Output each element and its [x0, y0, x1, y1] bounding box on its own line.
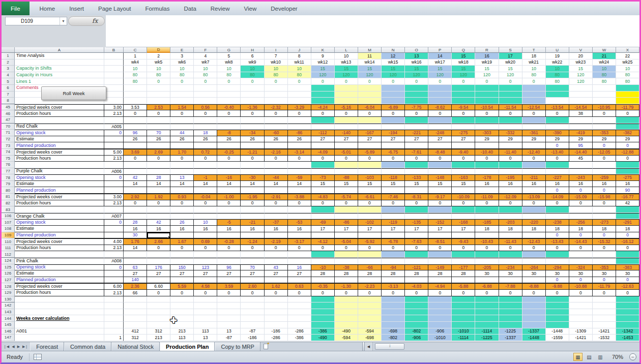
cell-label[interactable]	[15, 322, 104, 328]
cell[interactable]	[358, 232, 382, 239]
cell[interactable]	[194, 232, 217, 239]
cell[interactable]: -12.05	[593, 149, 616, 156]
cell[interactable]	[194, 142, 217, 149]
cell[interactable]	[147, 309, 170, 316]
cell[interactable]: 0	[288, 156, 311, 162]
cell[interactable]: 15	[452, 53, 475, 59]
cell[interactable]: 30	[546, 270, 569, 277]
cell[interactable]: -203	[499, 219, 522, 226]
cell[interactable]: -1448	[546, 328, 569, 335]
row-header-47[interactable]: 47	[2, 117, 15, 124]
cell[interactable]: -2.16	[265, 149, 288, 156]
cell[interactable]: 0	[194, 245, 217, 252]
cell[interactable]: wk8	[217, 59, 241, 66]
cell[interactable]: 0	[335, 245, 358, 252]
cell[interactable]	[499, 277, 522, 284]
cell[interactable]: 1.92	[147, 194, 170, 200]
cell[interactable]	[593, 309, 616, 316]
cell[interactable]: 9	[311, 53, 335, 59]
row-header-144[interactable]: 144	[2, 315, 15, 322]
cell-b-value[interactable]: 0	[104, 219, 124, 226]
cell-b-value[interactable]	[104, 162, 124, 168]
cell[interactable]: 1.54	[170, 104, 194, 111]
cell-b-value[interactable]: 2.13	[104, 200, 124, 207]
cell[interactable]: -119	[382, 219, 405, 226]
cell[interactable]: 10	[522, 66, 546, 72]
cell-b-value[interactable]	[104, 78, 124, 85]
cell[interactable]: 0	[194, 290, 217, 296]
cell[interactable]: 0	[382, 156, 405, 162]
cell[interactable]	[147, 296, 170, 303]
cell[interactable]	[358, 206, 382, 213]
cell[interactable]: -10.43	[475, 238, 499, 245]
cell[interactable]	[335, 168, 358, 175]
row-header-75[interactable]: 75	[2, 156, 15, 162]
row-header-108[interactable]: 108	[2, 226, 15, 232]
cell[interactable]	[405, 309, 428, 316]
cell[interactable]: -9.40	[452, 149, 475, 156]
prev-sheet-icon[interactable]: ◀	[12, 345, 14, 349]
cell[interactable]: wk14	[358, 59, 382, 66]
cell[interactable]: 18	[546, 226, 569, 232]
cell[interactable]: wk23	[569, 59, 593, 66]
cell[interactable]: 10	[170, 66, 194, 72]
cell[interactable]: -186	[241, 335, 264, 341]
cell[interactable]: 176	[147, 264, 170, 271]
cell[interactable]	[546, 213, 569, 220]
cell-b-value[interactable]	[104, 328, 124, 335]
cell[interactable]: -361	[522, 130, 546, 136]
cell[interactable]	[546, 98, 569, 104]
cell[interactable]: 0	[522, 200, 546, 207]
cell[interactable]: 15	[358, 66, 382, 72]
row-header-2[interactable]: 2	[2, 59, 15, 66]
cell[interactable]	[475, 98, 499, 104]
name-box[interactable]: D109 ▼	[5, 17, 67, 25]
cell[interactable]: 16	[288, 264, 311, 271]
cell[interactable]: 80	[170, 72, 194, 79]
cell-label[interactable]: Planned production	[15, 277, 104, 284]
cell[interactable]	[405, 258, 428, 264]
cell[interactable]: 26	[288, 136, 311, 143]
cell[interactable]: 0	[147, 156, 170, 162]
cell[interactable]	[311, 117, 335, 124]
cell[interactable]	[593, 322, 616, 328]
cell[interactable]: 0	[382, 290, 405, 296]
cell[interactable]	[499, 142, 522, 149]
cell[interactable]	[428, 309, 452, 316]
cell[interactable]: -4.09	[311, 149, 335, 156]
cell[interactable]: 123	[194, 264, 217, 271]
col-header-P[interactable]: P	[428, 47, 452, 53]
cell[interactable]: 2.60	[241, 283, 264, 290]
cell[interactable]	[546, 162, 569, 168]
cell[interactable]: 213	[170, 328, 194, 335]
cell[interactable]	[217, 187, 241, 194]
col-header-L[interactable]: L	[335, 47, 358, 53]
cell[interactable]	[241, 232, 264, 239]
cell[interactable]	[335, 85, 358, 92]
cell[interactable]: -259	[593, 174, 616, 181]
cell[interactable]: 42	[124, 174, 147, 181]
cell-b-value[interactable]	[104, 322, 124, 328]
cell-label[interactable]: Red Chalk	[15, 124, 104, 130]
cell[interactable]: 45	[569, 156, 593, 162]
cell[interactable]: 0	[124, 156, 147, 162]
cell[interactable]: -0.28	[217, 238, 241, 245]
cell[interactable]	[288, 187, 311, 194]
cell[interactable]: 0	[170, 245, 194, 252]
cell[interactable]	[265, 315, 288, 322]
cell[interactable]: 0	[593, 187, 616, 194]
cell[interactable]: -1225	[475, 335, 499, 341]
cell[interactable]: 0	[311, 110, 335, 117]
cell[interactable]: -5.01	[335, 149, 358, 156]
sheet-tab-production-plan[interactable]: Production Plan	[160, 342, 215, 351]
cell[interactable]: 0	[616, 290, 639, 296]
col-header-K[interactable]: K	[311, 47, 335, 53]
cell[interactable]: 0	[522, 290, 546, 296]
cell[interactable]: -8.31	[405, 194, 428, 200]
cell[interactable]: 0	[265, 200, 288, 207]
cell[interactable]	[382, 315, 405, 322]
cell-label[interactable]	[15, 302, 104, 309]
cell[interactable]: 0	[170, 78, 194, 85]
cell[interactable]: -1.21	[241, 149, 264, 156]
cell[interactable]	[241, 302, 264, 309]
